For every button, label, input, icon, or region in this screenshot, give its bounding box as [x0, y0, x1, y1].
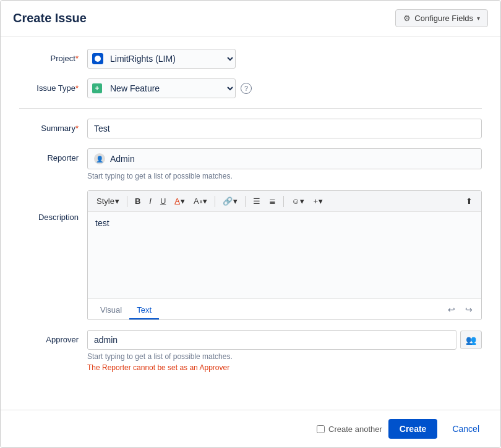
project-row: Project* LimitRights (LIM)	[19, 49, 482, 69]
cancel-button[interactable]: Cancel	[443, 419, 488, 439]
tab-text[interactable]: Text	[129, 302, 159, 319]
undo-button[interactable]: ↩	[444, 303, 459, 316]
project-label: Project*	[19, 49, 87, 63]
tab-visual[interactable]: Visual	[93, 302, 129, 319]
issue-type-select-row: + New Feature Bug Task Story ?	[87, 78, 482, 98]
reporter-row: Reporter 👤 Admin Start typing to get a l…	[19, 148, 482, 180]
project-control: LimitRights (LIM)	[87, 49, 482, 69]
create-another-label[interactable]: Create another	[317, 425, 382, 434]
toolbar-text-format-btn[interactable]: A x ▾	[190, 195, 211, 208]
create-button[interactable]: Create	[388, 419, 438, 439]
issue-type-row: Issue Type* + New Feature Bug Task Story…	[19, 78, 482, 98]
toolbar-separator-3	[245, 196, 246, 207]
undo-redo-group: ↩ ↪	[444, 303, 476, 319]
dialog-footer: Create another Create Cancel	[1, 410, 500, 447]
approver-input[interactable]	[87, 330, 456, 350]
toolbar-emoji-btn[interactable]: ☺ ▾	[288, 195, 308, 208]
redo-button[interactable]: ↪	[461, 303, 476, 316]
description-control: Style ▾ B I U A ▾ A x	[87, 190, 482, 320]
toolbar-italic-btn[interactable]: I	[145, 195, 155, 208]
create-another-text: Create another	[328, 425, 382, 434]
toolbar-underline-btn[interactable]: U	[156, 195, 169, 208]
approver-input-wrap: 👥	[87, 330, 482, 350]
emoji-chevron: ▾	[300, 197, 304, 206]
toolbar-numbered-list-btn[interactable]: ≣	[265, 195, 280, 208]
approver-hint: Start typing to get a list of possible m…	[87, 352, 482, 361]
editor-toolbar: Style ▾ B I U A ▾ A x	[88, 191, 481, 212]
toolbar-style-btn[interactable]: Style ▾	[93, 195, 123, 208]
editor-tabs-row: Visual Text ↩ ↪	[88, 298, 481, 319]
toolbar-collapse-btn[interactable]: ⬆	[462, 195, 476, 208]
approver-control: 👥 Start typing to get a list of possible…	[87, 330, 482, 372]
required-star-3: *	[75, 124, 79, 133]
approver-error: The Reporter cannot be set as an Approve…	[87, 363, 482, 372]
project-select-wrap: LimitRights (LIM)	[87, 49, 236, 69]
reporter-avatar: 👤	[94, 153, 105, 164]
editor-tab-group: Visual Text	[93, 302, 159, 319]
toolbar-insert-btn[interactable]: + ▾	[309, 195, 327, 208]
summary-control	[87, 119, 482, 138]
dialog-body: Project* LimitRights (LIM) Issue Type*	[1, 36, 500, 410]
configure-fields-button[interactable]: ⚙ Configure Fields ▾	[395, 9, 488, 27]
toolbar-link-btn[interactable]: 🔗 ▾	[219, 195, 241, 208]
format-chevron: ▾	[203, 197, 207, 206]
toolbar-text-color-btn[interactable]: A ▾	[171, 195, 189, 208]
text-color-chevron: ▾	[181, 197, 185, 206]
reporter-hint: Start typing to get a list of possible m…	[87, 172, 482, 180]
project-select[interactable]: LimitRights (LIM)	[87, 49, 236, 69]
create-another-checkbox[interactable]	[317, 425, 325, 433]
summary-row: Summary*	[19, 119, 482, 138]
issue-type-label: Issue Type*	[19, 78, 87, 93]
issue-type-select-wrap: + New Feature Bug Task Story	[87, 78, 236, 98]
configure-fields-label: Configure Fields	[414, 14, 473, 23]
toolbar-bold-btn[interactable]: B	[131, 195, 144, 208]
people-picker-button[interactable]: 👥	[460, 331, 482, 349]
gear-icon: ⚙	[403, 14, 411, 23]
approver-row: Approver 👥 Start typing to get a list of…	[19, 330, 482, 372]
required-star-2: *	[75, 83, 79, 93]
insert-chevron: ▾	[319, 197, 323, 206]
people-icon: 👥	[466, 335, 476, 345]
issue-type-control: + New Feature Bug Task Story ?	[87, 78, 482, 98]
reporter-label: Reporter	[19, 148, 87, 163]
create-issue-dialog: Create Issue ⚙ Configure Fields ▾ Projec…	[0, 0, 501, 448]
description-editor: Style ▾ B I U A ▾ A x	[87, 190, 482, 320]
chevron-down-icon: ▾	[477, 15, 480, 22]
dialog-header: Create Issue ⚙ Configure Fields ▾	[1, 1, 500, 36]
description-label: Description	[19, 190, 87, 222]
reporter-control: 👤 Admin Start typing to get a list of po…	[87, 148, 482, 180]
summary-input[interactable]	[87, 119, 482, 138]
description-content[interactable]: test	[88, 212, 481, 298]
toolbar-bullet-list-btn[interactable]: ☰	[249, 195, 264, 208]
divider	[19, 108, 482, 109]
approver-label: Approver	[19, 330, 87, 344]
summary-label: Summary*	[19, 119, 87, 133]
dialog-title: Create Issue	[13, 11, 87, 25]
chevron-style-icon: ▾	[115, 197, 119, 206]
link-chevron: ▾	[233, 197, 238, 206]
reporter-field: 👤 Admin	[87, 148, 482, 169]
description-row: Description Style ▾ B I U	[19, 190, 482, 320]
toolbar-separator-4	[283, 196, 284, 207]
issue-type-select[interactable]: New Feature Bug Task Story	[87, 78, 236, 98]
reporter-value: Admin	[110, 154, 135, 164]
toolbar-separator-1	[127, 196, 127, 207]
required-star: *	[75, 54, 79, 63]
toolbar-separator-2	[215, 196, 215, 207]
help-icon[interactable]: ?	[241, 83, 252, 94]
